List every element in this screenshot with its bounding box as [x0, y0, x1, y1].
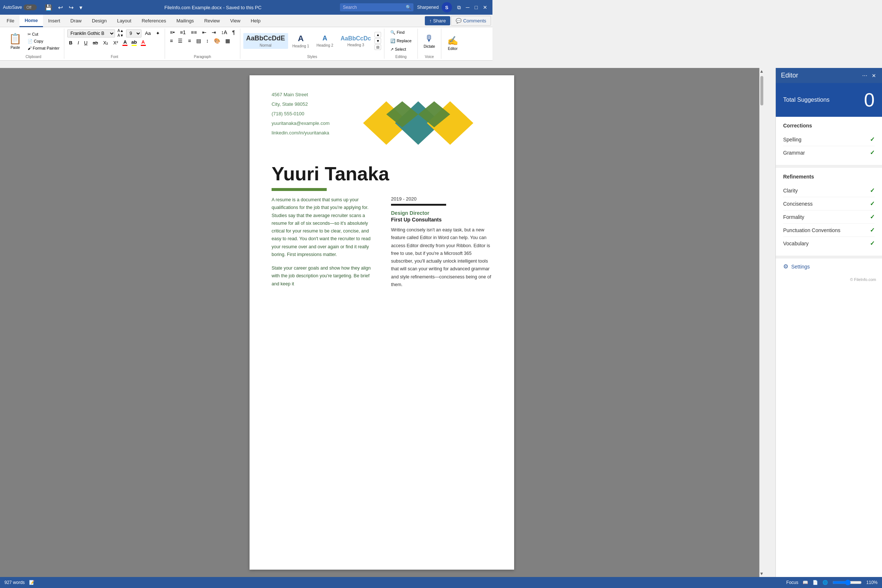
restore-button[interactable]: ⧉ — [455, 4, 463, 11]
editor-button[interactable]: ✍ Editor — [444, 34, 461, 52]
show-formatting-button[interactable]: ¶ — [230, 28, 237, 36]
comments-icon: 💬 — [456, 18, 461, 24]
close-button[interactable]: ✕ — [481, 4, 490, 11]
tab-file[interactable]: File — [2, 15, 20, 27]
decrease-font-size-button[interactable]: A▼ — [117, 33, 125, 38]
align-right-button[interactable]: ≡ — [186, 37, 192, 45]
select-icon: ↗ Select — [390, 47, 406, 52]
search-icon[interactable]: 🔍 — [406, 5, 411, 10]
avatar[interactable]: S — [442, 2, 452, 12]
decrease-indent-button[interactable]: ⇤ — [200, 28, 208, 36]
tab-insert[interactable]: Insert — [43, 15, 65, 27]
align-center-button[interactable]: ☰ — [176, 37, 185, 45]
doc-right: 2019 - 2020 Design Director First Up Con… — [387, 196, 492, 289]
font-color-indicator — [122, 45, 128, 46]
cut-button[interactable]: ✂ Cut — [26, 31, 61, 38]
sort-button[interactable]: ↕A — [219, 28, 229, 36]
highlight-color-button[interactable]: ab — [130, 39, 138, 46]
styles-scroll-down[interactable]: ▼ — [374, 38, 381, 44]
clipboard-small-buttons: ✂ Cut 📄 Copy 🖌 Format Painter — [26, 31, 61, 51]
clear-formatting-button[interactable]: ✦ — [154, 30, 162, 37]
multilevel-list-button[interactable]: ≡≡ — [189, 28, 198, 36]
styles-scroll-up[interactable]: ▲ — [374, 32, 381, 38]
voice-group-label: Voice — [421, 53, 438, 59]
justify-button[interactable]: ▤ — [194, 37, 203, 45]
save-icon[interactable]: 💾 — [44, 3, 54, 12]
comments-button[interactable]: 💬 Comments — [451, 16, 491, 26]
user-name: Sharpened — [417, 5, 439, 10]
tab-draw[interactable]: Draw — [65, 15, 87, 27]
document-area: 4567 Main Street City, State 98052 (718)… — [0, 68, 493, 325]
subscript-button[interactable]: X₂ — [101, 39, 110, 46]
tab-layout[interactable]: Layout — [112, 15, 136, 27]
tab-view[interactable]: View — [225, 15, 245, 27]
autosave-toggle[interactable]: Off — [24, 4, 37, 10]
font-family-select[interactable]: Franklin Gothic B — [67, 29, 115, 38]
file-name: FileInfo.com Example.docx - Saved to thi… — [86, 5, 340, 10]
bullets-button[interactable]: ≡• — [168, 28, 176, 36]
font-color-button[interactable]: A — [121, 39, 129, 46]
bold-button[interactable]: B — [67, 39, 74, 46]
contact-city: City, State 98052 — [272, 99, 330, 109]
strikethrough-button[interactable]: ab — [91, 39, 99, 46]
tab-help[interactable]: Help — [245, 15, 266, 27]
doc-black-line — [391, 204, 446, 206]
doc-job-title: Design Director — [391, 210, 492, 216]
search-input[interactable] — [340, 3, 413, 11]
tab-review[interactable]: Review — [199, 15, 225, 27]
align-left-button[interactable]: ≡ — [168, 37, 174, 45]
voice-group-content: 🎙 Dictate — [421, 28, 438, 53]
tab-home[interactable]: Home — [20, 15, 43, 27]
styles-group: AaBbCcDdE Normal A Heading 1 A Heading 2… — [240, 28, 385, 59]
paragraph-group-content: ≡• ≡1 ≡≡ ⇤ ⇥ ↕A ¶ ≡ ☰ ≡ ▤ ↕ 🎨 ▦ — [168, 28, 237, 53]
doc-left: A resume is a document that sums up your… — [272, 196, 376, 289]
styles-group-content: AaBbCcDdE Normal A Heading 1 A Heading 2… — [243, 28, 382, 53]
tab-mailings[interactable]: Mailings — [171, 15, 199, 27]
shading-button[interactable]: 🎨 — [212, 37, 222, 45]
copy-button[interactable]: 📄 Copy — [26, 38, 61, 45]
editor-group: ✍ Editor — [441, 28, 464, 59]
dictate-button[interactable]: 🎙 Dictate — [421, 32, 438, 50]
undo-icon[interactable]: ↩ — [57, 3, 64, 12]
select-button[interactable]: ↗ Select — [387, 45, 409, 53]
editing-group-label: Editing — [387, 53, 414, 59]
increase-font-size-button[interactable]: A▲ — [117, 28, 125, 33]
paste-button[interactable]: 📋 Paste — [6, 31, 25, 51]
underline-button[interactable]: U — [82, 39, 89, 46]
numbering-button[interactable]: ≡1 — [178, 28, 188, 36]
dictate-icon: 🎙 — [425, 33, 434, 44]
share-button[interactable]: ↑ Share — [425, 16, 450, 26]
change-case-button[interactable]: Aa — [143, 30, 153, 37]
replace-button[interactable]: 🔄 Replace — [387, 37, 414, 45]
editing-group-content: 🔍 Find 🔄 Replace ↗ Select — [387, 28, 414, 53]
dictate-label: Dictate — [424, 45, 435, 48]
style-h2[interactable]: A Heading 2 — [314, 33, 336, 49]
window-controls: ⧉ ─ □ ✕ — [455, 4, 490, 11]
style-normal[interactable]: AaBbCcDdE Normal — [243, 33, 288, 49]
clipboard-group: 📋 Paste ✂ Cut 📄 Copy 🖌 Format Painter Cl… — [3, 28, 64, 59]
style-h3[interactable]: AaBbCcDc Heading 3 — [338, 33, 374, 48]
style-h1[interactable]: A Heading 1 — [290, 32, 313, 50]
minimize-button[interactable]: ─ — [464, 4, 472, 11]
doc-left-text: A resume is a document that sums up your… — [272, 196, 376, 258]
find-button[interactable]: 🔍 Find — [387, 28, 407, 36]
redo-icon[interactable]: ↪ — [67, 3, 75, 12]
doc-green-line — [272, 188, 327, 191]
doc-name-section: Yuuri Tanaka — [272, 164, 492, 191]
line-spacing-button[interactable]: ↕ — [204, 37, 210, 45]
contact-address: 4567 Main Street — [272, 90, 330, 99]
document-scroll[interactable]: 4567 Main Street City, State 98052 (718)… — [0, 68, 493, 325]
styles-more[interactable]: ⊟ — [374, 45, 381, 50]
borders-button[interactable]: ▦ — [224, 37, 232, 45]
italic-button[interactable]: I — [76, 39, 81, 46]
tab-design[interactable]: Design — [87, 15, 112, 27]
editor-label: Editor — [448, 46, 458, 51]
customize-icon[interactable]: ▾ — [78, 3, 84, 12]
font-size-select[interactable]: 9 — [126, 29, 141, 38]
tab-references[interactable]: References — [136, 15, 171, 27]
format-painter-button[interactable]: 🖌 Format Painter — [26, 45, 61, 51]
maximize-button[interactable]: □ — [473, 4, 480, 11]
superscript-button[interactable]: X² — [111, 39, 120, 46]
increase-indent-button[interactable]: ⇥ — [210, 28, 218, 36]
text-color-button[interactable]: A — [140, 39, 147, 46]
